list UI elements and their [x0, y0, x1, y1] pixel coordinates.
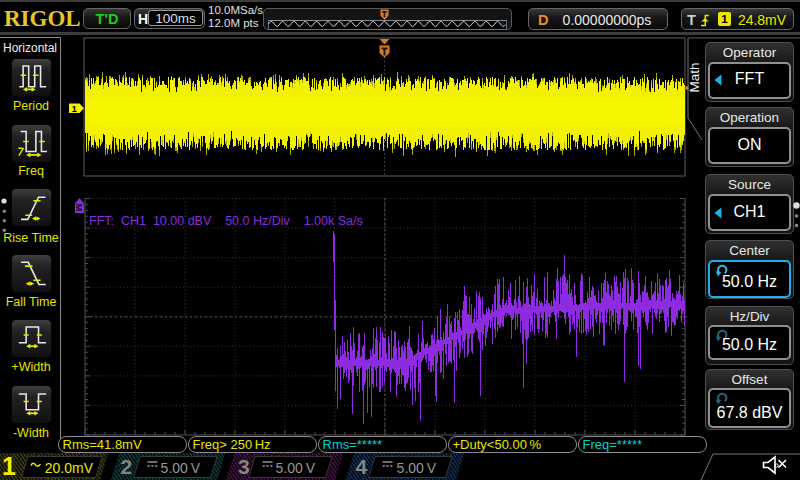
svg-text:1: 1 — [72, 104, 77, 114]
svg-text:M: M — [74, 204, 84, 212]
